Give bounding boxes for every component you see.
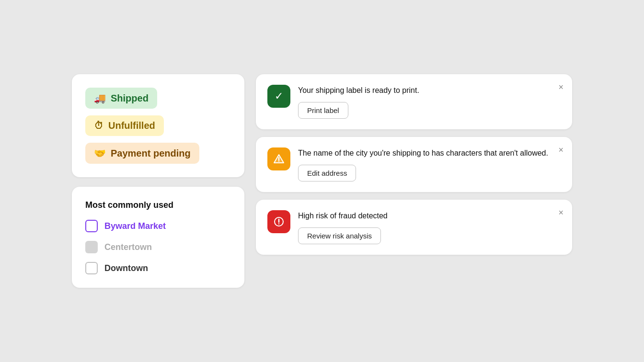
notification-city-name: The name of the city you're shipping to …	[256, 137, 572, 192]
close-city-notification[interactable]: ×	[558, 146, 564, 154]
location-list: Byward Market Centertown Downtown	[85, 220, 231, 274]
notif-message-shipping: Your shipping label is ready to print.	[298, 85, 561, 96]
payment-pending-badge: 🤝 Payment pending	[85, 143, 199, 164]
close-shipping-notification[interactable]: ×	[558, 83, 564, 91]
commonly-used-title: Most commonly used	[85, 200, 231, 210]
checkbox-centertown	[85, 241, 98, 253]
print-label-button[interactable]: Print label	[298, 102, 348, 119]
payment-pending-label: Payment pending	[111, 148, 191, 159]
close-fraud-notification[interactable]: ×	[558, 208, 564, 217]
notification-fraud-risk: High risk of fraud detected Review risk …	[256, 200, 572, 255]
payment-icon: 🤝	[94, 147, 106, 159]
success-icon: ✓	[267, 85, 290, 108]
review-risk-button[interactable]: Review risk analysis	[298, 227, 381, 244]
notif-content-fraud: High risk of fraud detected Review risk …	[298, 210, 561, 244]
shipped-label: Shipped	[111, 93, 149, 104]
notif-content-shipping: Your shipping label is ready to print. P…	[298, 85, 561, 119]
svg-point-2	[278, 223, 279, 224]
list-item: Centertown	[85, 241, 231, 253]
list-item[interactable]: Downtown	[85, 262, 231, 274]
shipped-badge: 🚚 Shipped	[85, 88, 157, 109]
left-column: 🚚 Shipped ⏱ Unfulfilled 🤝 Payment pendin…	[72, 74, 244, 288]
warning-icon	[267, 147, 290, 170]
checkbox-byward[interactable]	[85, 220, 98, 232]
location-name-downtown: Downtown	[104, 263, 148, 273]
edit-address-button[interactable]: Edit address	[298, 165, 356, 181]
notification-shipping-label: ✓ Your shipping label is ready to print.…	[256, 74, 572, 129]
shipped-icon: 🚚	[94, 92, 106, 104]
location-name-centertown: Centertown	[104, 242, 152, 252]
commonly-used-card: Most commonly used Byward Market Centert…	[72, 187, 244, 288]
location-name-byward: Byward Market	[104, 221, 166, 231]
badges-card: 🚚 Shipped ⏱ Unfulfilled 🤝 Payment pendin…	[72, 74, 244, 177]
notif-message-city: The name of the city you're shipping to …	[298, 147, 561, 159]
right-column: ✓ Your shipping label is ready to print.…	[256, 74, 572, 255]
checkbox-downtown[interactable]	[85, 262, 98, 274]
unfulfilled-badge: ⏱ Unfulfilled	[85, 115, 164, 136]
list-item[interactable]: Byward Market	[85, 220, 231, 232]
unfulfilled-label: Unfulfilled	[108, 120, 155, 131]
unfulfilled-icon: ⏱	[94, 120, 104, 131]
notif-message-fraud: High risk of fraud detected	[298, 210, 561, 222]
notif-content-city: The name of the city you're shipping to …	[298, 147, 561, 181]
error-icon	[267, 210, 290, 233]
svg-point-0	[278, 160, 279, 161]
